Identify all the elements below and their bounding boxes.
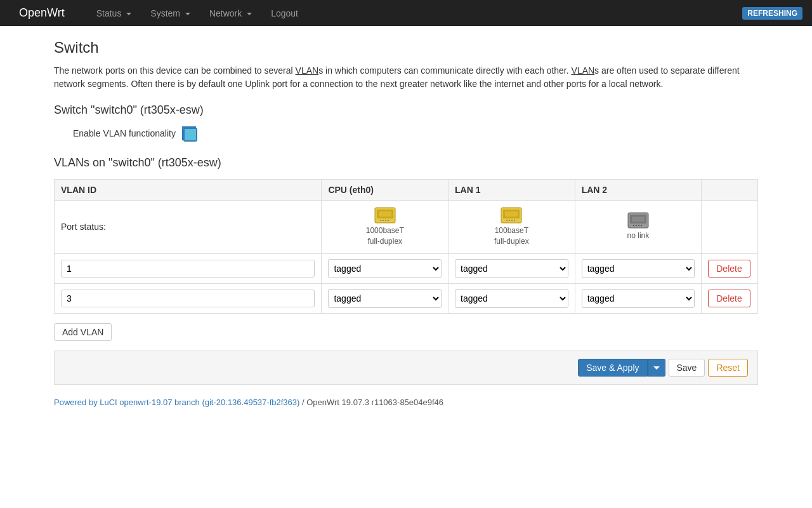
save-apply-group: Save & Apply <box>578 359 665 377</box>
lan1-port-status-text: 100baseT full-duplex <box>455 225 568 247</box>
nav-link-system[interactable]: System <box>141 2 200 25</box>
vlan-abbr-2: VLAN <box>572 65 595 76</box>
col-header-lan2: LAN 2 <box>575 180 702 201</box>
navbar: OpenWrt Status System Network Logout REF… <box>0 0 812 26</box>
vlan-row-1-lan1-cell: tagged untagged off <box>449 253 575 283</box>
col-header-action <box>702 180 758 201</box>
nav-item-system[interactable]: System <box>141 2 200 25</box>
dropdown-caret-network <box>247 13 252 15</box>
vlan-table: VLAN ID CPU (eth0) LAN 1 LAN 2 Port stat… <box>54 179 758 314</box>
vlan-row-2-action-cell: Delete <box>702 283 758 313</box>
navbar-nav: Status System Network Logout <box>87 2 308 25</box>
reset-button[interactable]: Reset <box>708 359 748 377</box>
vlan-row-2-lan1-select[interactable]: tagged untagged off <box>455 289 568 308</box>
action-bar: Save & Apply Save Reset <box>54 351 758 385</box>
lan1-port-icon <box>501 207 522 224</box>
version-text: / OpenWrt 19.07.3 r11063-85e04e9f46 <box>302 398 443 407</box>
col-header-lan1: LAN 1 <box>449 180 575 201</box>
vlan-row-1-lan1-select[interactable]: tagged untagged off <box>455 259 568 278</box>
add-vlan-button[interactable]: Add VLAN <box>54 323 112 341</box>
vlan-table-head: VLAN ID CPU (eth0) LAN 1 LAN 2 <box>55 180 758 201</box>
lan2-port-status-cell: no link <box>575 201 702 254</box>
dropdown-caret-system <box>185 13 190 15</box>
vlan-row-2-delete-button[interactable]: Delete <box>708 290 750 307</box>
vlan-row-2-id-input[interactable] <box>61 290 315 307</box>
lan1-port-status-cell: 100baseT full-duplex <box>449 201 575 254</box>
enable-vlan-row: Enable VLAN functionality <box>73 126 758 140</box>
refreshing-badge: REFRESHING <box>742 7 802 20</box>
svg-rect-4 <box>379 211 391 217</box>
luci-link[interactable]: Powered by LuCI openwrt-19.07 branch (gi… <box>54 398 299 407</box>
save-apply-dropdown-button[interactable] <box>648 359 665 377</box>
nav-item-status[interactable]: Status <box>87 2 141 25</box>
nav-link-status[interactable]: Status <box>87 2 141 25</box>
vlan-table-header-row: VLAN ID CPU (eth0) LAN 1 LAN 2 <box>55 180 758 201</box>
checkbox-icon <box>183 128 197 142</box>
col-header-cpu: CPU (eth0) <box>322 180 449 201</box>
save-apply-button[interactable]: Save & Apply <box>578 359 647 377</box>
vlan-row-1-id-input[interactable] <box>61 260 315 277</box>
col-header-vlan-id: VLAN ID <box>55 180 322 201</box>
port-status-label: Port status: <box>61 222 106 232</box>
navbar-brand[interactable]: OpenWrt <box>10 0 74 26</box>
nav-link-network[interactable]: Network <box>200 2 261 25</box>
vlan-row-2-cpu-select[interactable]: tagged untagged off <box>328 289 442 308</box>
vlan-table-body: Port status: 1000baseT <box>55 201 758 314</box>
port-status-action-cell <box>702 201 758 254</box>
vlan-row-2-id-cell <box>55 283 322 313</box>
svg-rect-11 <box>505 211 518 217</box>
vlan-abbr-1: VLAN <box>296 65 319 76</box>
vlan-row-2-lan2-select[interactable]: tagged untagged off <box>582 289 695 308</box>
dropdown-caret-status <box>126 13 131 15</box>
vlan-row-1-cpu-select[interactable]: tagged untagged off <box>328 259 442 278</box>
vlan-row-2-lan2-cell: tagged untagged off <box>575 283 702 313</box>
svg-rect-18 <box>632 217 645 222</box>
vlan-row-1-delete-button[interactable]: Delete <box>708 260 750 277</box>
save-button[interactable]: Save <box>669 359 705 377</box>
lan2-port-icon <box>627 212 649 229</box>
vlan-row-1-id-cell <box>55 253 322 283</box>
vlan-row-1-cpu-cell: tagged untagged off <box>322 253 449 283</box>
vlan-row-1: tagged untagged off tagged untagged off … <box>55 253 758 283</box>
main-container: Switch The network ports on this device … <box>44 26 768 420</box>
cpu-port-status-text: 1000baseT full-duplex <box>328 225 442 247</box>
footer: Powered by LuCI openwrt-19.07 branch (gi… <box>54 398 758 407</box>
cpu-port-icon <box>374 207 396 224</box>
vlan-row-1-lan2-select[interactable]: tagged untagged off <box>582 259 695 278</box>
enable-vlan-checkbox[interactable] <box>182 126 196 140</box>
svg-rect-1 <box>186 130 195 139</box>
vlan-row-1-action-cell: Delete <box>702 253 758 283</box>
page-title: Switch <box>54 39 758 57</box>
nav-item-logout[interactable]: Logout <box>261 2 308 25</box>
nav-link-logout[interactable]: Logout <box>261 2 308 25</box>
page-description: The network ports on this device can be … <box>54 64 758 91</box>
vlan-row-2-cpu-cell: tagged untagged off <box>322 283 449 313</box>
enable-vlan-label: Enable VLAN functionality <box>73 128 176 138</box>
vlans-section-title: VLANs on "switch0" (rt305x-esw) <box>54 156 758 170</box>
vlan-row-2: tagged untagged off tagged untagged off … <box>55 283 758 313</box>
add-vlan-container: Add VLAN <box>54 323 758 341</box>
port-status-row: Port status: 1000baseT <box>55 201 758 254</box>
nav-item-network[interactable]: Network <box>200 2 261 25</box>
switch0-section-title: Switch "switch0" (rt305x-esw) <box>54 104 758 117</box>
vlan-row-2-lan1-cell: tagged untagged off <box>449 283 575 313</box>
vlan-row-1-lan2-cell: tagged untagged off <box>575 253 702 283</box>
port-status-label-cell: Port status: <box>55 201 322 254</box>
cpu-port-status-cell: 1000baseT full-duplex <box>322 201 449 254</box>
lan2-port-status-text: no link <box>582 231 695 241</box>
save-apply-caret-icon <box>653 366 660 370</box>
